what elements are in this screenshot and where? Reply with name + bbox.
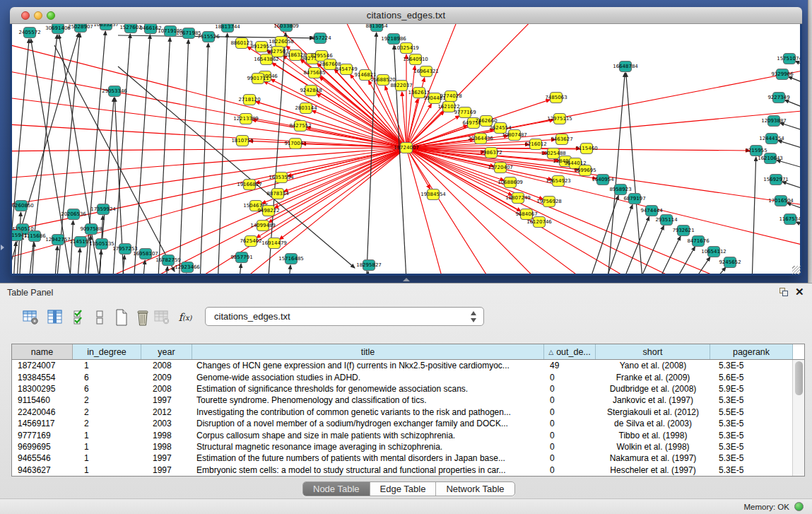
close-button[interactable] xyxy=(21,11,30,20)
graph-node[interactable]: 8958923 xyxy=(609,185,631,195)
delete-table-icon[interactable] xyxy=(153,308,172,327)
graph-node[interactable]: 7857224 xyxy=(309,33,331,44)
citation-graph[interactable]: 2405572306914062502890710655257152760294… xyxy=(12,24,800,274)
table-row[interactable]: 946554611997Estimation of the future num… xyxy=(12,452,793,464)
graph-node[interactable]: 12444154 xyxy=(759,134,784,144)
graph-node[interactable]: 17016504 xyxy=(768,196,794,206)
window-resize-grip[interactable] xyxy=(792,266,801,274)
graph-node[interactable]: 18813744 xyxy=(215,24,240,33)
table-row[interactable]: 946362711997Embryonic stem cells: a mode… xyxy=(12,465,793,476)
graph-node[interactable]: 19384554 xyxy=(420,189,446,200)
graph-node[interactable]: 9227349 xyxy=(767,93,789,103)
graph-node[interactable]: 8813054 xyxy=(365,24,388,32)
graph-node[interactable]: 16914479 xyxy=(261,238,287,249)
graph-node[interactable]: 8471676 xyxy=(687,236,710,247)
delete-column-icon[interactable] xyxy=(133,308,153,327)
graph-node[interactable]: 2935114 xyxy=(655,215,678,226)
table-mode-icon[interactable] xyxy=(21,308,41,327)
graph-node[interactable]: 8860123 xyxy=(230,38,252,49)
graph-node[interactable]: 10655257 xyxy=(93,24,119,30)
table-body[interactable]: 1872400712008Changes of HCN gene express… xyxy=(12,360,793,476)
graph-node[interactable]: 7625402 xyxy=(240,236,261,247)
graph-node[interactable]: 12975115 xyxy=(547,114,572,124)
table-row[interactable]: 1830029562008Estimation of significance … xyxy=(12,383,793,395)
minimize-button[interactable] xyxy=(34,11,42,20)
graph-node[interactable]: 16648784 xyxy=(613,62,638,72)
column-header-year[interactable]: year xyxy=(141,344,192,359)
graph-node[interactable]: 25028907 xyxy=(68,24,93,33)
graph-node[interactable]: 8878334 xyxy=(266,189,289,199)
memory-status-icon[interactable] xyxy=(794,502,804,511)
column-header-name[interactable]: name xyxy=(12,344,73,359)
graph-node[interactable]: 15692971 xyxy=(763,175,789,185)
graph-node[interactable]: 30691406 xyxy=(45,24,71,34)
scrollbar-thumb[interactable] xyxy=(795,361,803,395)
graph-node[interactable]: 9115460 xyxy=(575,144,597,154)
table-row[interactable]: 2242004622012Investigating the contribut… xyxy=(12,407,793,418)
table-row[interactable]: 1456911722003Disruption of a novel membe… xyxy=(12,418,793,429)
graph-node[interactable]: 10688609 xyxy=(498,177,523,188)
graph-node[interactable]: 9857791 xyxy=(230,252,252,263)
close-panel-icon[interactable]: ✕ xyxy=(795,286,804,298)
column-header-pagerank[interactable]: pagerank xyxy=(710,344,793,359)
graph-node[interactable]: 18295827 xyxy=(356,260,382,271)
graph-node[interactable]: 1810755 xyxy=(231,136,253,146)
zoom-button[interactable] xyxy=(47,11,55,20)
column-header-out_de[interactable]: △out_de... xyxy=(544,344,596,359)
tab-network-table[interactable]: Network Table xyxy=(436,482,514,496)
function-builder-icon[interactable]: f(x) xyxy=(175,308,195,327)
row-height-icon[interactable] xyxy=(90,308,110,327)
graph-node[interactable]: 29053346 xyxy=(102,86,127,97)
graph-node[interactable]: 9245652 xyxy=(719,257,741,268)
graph-node[interactable]: 1640954 xyxy=(592,175,614,185)
network-canvas[interactable]: 2405572306914062502890710655257152760294… xyxy=(12,24,800,274)
graph-node[interactable]: 19654923 xyxy=(546,176,571,187)
graph-node[interactable]: 15720407 xyxy=(488,163,513,173)
left-collapse-arrow-icon[interactable] xyxy=(1,245,4,250)
graph-node[interactable]: 16033809 xyxy=(273,24,299,32)
vertical-scrollbar[interactable] xyxy=(792,360,804,476)
graph-node[interactable]: 12093887 xyxy=(761,116,787,127)
graph-node[interactable]: 7485063 xyxy=(545,93,567,103)
create-column-icon[interactable] xyxy=(112,308,131,327)
table-row[interactable]: 969969511998Structural magnetic resonanc… xyxy=(12,441,793,452)
graph-node[interactable]: 16964321 xyxy=(413,66,439,77)
cell-pagerank: 5.5E-5 xyxy=(710,407,793,417)
column-header-in_degree[interactable]: in_degree xyxy=(73,344,141,359)
select-columns-icon[interactable] xyxy=(71,308,90,327)
column-header-short[interactable]: short xyxy=(596,344,710,359)
tab-edge-table[interactable]: Edge Table xyxy=(370,482,437,496)
tab-node-table[interactable]: Node Table xyxy=(303,482,370,496)
right-splitter[interactable] xyxy=(808,0,812,283)
graph-node[interactable]: 12942757 xyxy=(45,235,71,245)
show-columns-icon[interactable] xyxy=(45,308,65,327)
graph-node[interactable]: 7932621 xyxy=(672,226,694,236)
graph-node[interactable]: 2718120 xyxy=(238,95,260,105)
graph-node[interactable]: 6879197 xyxy=(623,194,645,204)
graph-node[interactable]: 9474444 xyxy=(640,206,663,216)
float-panel-icon[interactable] xyxy=(779,288,789,297)
network-select[interactable]: citations_edges.txt xyxy=(205,307,484,326)
graph-node[interactable]: 20206536 xyxy=(61,209,86,220)
graph-node[interactable]: 8215955 xyxy=(745,146,767,156)
table-row[interactable]: 977716911998Corpus callosum shape and si… xyxy=(12,429,793,440)
graph-node[interactable]: 1167534 xyxy=(779,214,800,225)
graph-node[interactable]: 9170041 xyxy=(284,139,306,149)
graph-node[interactable]: 16353594 xyxy=(269,173,294,183)
table-row[interactable]: 1938455462009Genome-wide association stu… xyxy=(12,371,793,382)
graph-node[interactable]: 15716485 xyxy=(278,254,304,264)
graph-node[interactable]: 15751074 xyxy=(777,54,800,64)
graph-node[interactable]: 12923466 xyxy=(175,262,200,273)
table-row[interactable]: 911546021997Tourette syndrome. Phenomeno… xyxy=(12,395,793,406)
graph-node[interactable]: 1527602 xyxy=(119,24,141,33)
graph-node[interactable]: 26260850 xyxy=(12,201,34,211)
graph-node[interactable]: 9463627 xyxy=(551,134,572,145)
graph-node[interactable]: 2405572 xyxy=(18,28,40,38)
panel-splitter-handle-icon[interactable] xyxy=(403,278,410,281)
graph-node[interactable]: 9329966 xyxy=(771,69,794,80)
graph-node[interactable]: 10654112 xyxy=(701,247,726,257)
graph-node-label: 16964321 xyxy=(413,69,439,74)
column-header-title[interactable]: title xyxy=(192,344,544,359)
window-titlebar[interactable]: citations_edges.txt xyxy=(10,7,802,24)
table-row[interactable]: 1872400712008Changes of HCN gene express… xyxy=(12,360,793,371)
